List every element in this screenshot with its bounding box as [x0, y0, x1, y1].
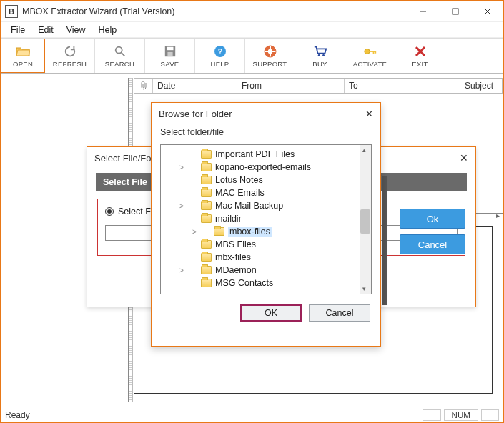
tree-node-label: Mac Mail Backup: [215, 201, 283, 211]
tree-node-label: kopano-exported-emails: [215, 162, 311, 172]
tree-node-label: MAC Emails: [215, 188, 265, 198]
browse-ok-label: OK: [265, 308, 277, 318]
dialog-shadow: [382, 176, 387, 305]
tree-node[interactable]: MBS Files: [161, 238, 360, 251]
tree-node-label: mbx-files: [215, 252, 251, 262]
select-dialog-cancel-label: Cancel: [418, 239, 447, 250]
toolbar-open-label: OPEN: [13, 60, 33, 68]
scrollbar-thumb[interactable]: [360, 209, 370, 234]
folder-tree: Important PDF Files>kopano-exported-emai…: [160, 144, 372, 294]
toolbar-refresh[interactable]: REFRESH: [45, 39, 95, 73]
svg-point-18: [322, 54, 325, 56]
tree-node-label: maildir: [215, 214, 242, 224]
menu-view[interactable]: View: [61, 24, 92, 36]
titlebar: B MBOX Extractor Wizard (Trial Version): [1, 1, 503, 22]
tree-node[interactable]: Lotus Notes: [161, 174, 360, 186]
toolbar-search[interactable]: SEARCH: [95, 39, 145, 73]
svg-rect-7: [167, 46, 173, 50]
browse-dialog-close-icon[interactable]: ✕: [365, 109, 373, 119]
toolbar-open[interactable]: OPEN: [1, 39, 45, 73]
toolbar-buy-label: BUY: [312, 60, 327, 68]
expander-icon[interactable]: >: [179, 164, 187, 171]
tree-node[interactable]: >mbox-files: [161, 225, 360, 238]
folder-icon: [201, 201, 212, 210]
toolbar-save-label: SAVE: [161, 60, 179, 68]
select-dialog-ok-button[interactable]: Ok: [400, 209, 465, 229]
save-icon: [164, 44, 177, 59]
toolbar-buy[interactable]: BUY: [295, 39, 345, 73]
folder-icon: [201, 253, 212, 262]
svg-point-19: [364, 49, 369, 54]
column-to[interactable]: To: [345, 79, 460, 93]
select-dialog-close-icon[interactable]: ✕: [460, 152, 468, 164]
select-dialog-cancel-button[interactable]: Cancel: [400, 234, 465, 254]
folder-icon: [201, 214, 212, 223]
toolbar-help-label: HELP: [210, 60, 229, 68]
tree-node-label: Lotus Notes: [215, 175, 263, 185]
menu-edit[interactable]: Edit: [32, 24, 59, 36]
tree-node[interactable]: >kopano-exported-emails: [161, 161, 360, 174]
browse-ok-button[interactable]: OK: [240, 304, 302, 322]
menu-file[interactable]: File: [5, 24, 31, 36]
tree-node[interactable]: >MDaemon: [161, 264, 360, 277]
browse-dialog-subtitle: Select folder/file: [152, 124, 380, 137]
exit-icon: [415, 44, 426, 59]
expander-icon[interactable]: >: [179, 267, 187, 274]
tree-node[interactable]: maildir: [161, 212, 360, 225]
status-spacer-cell-2: [481, 409, 499, 421]
toolbar-activate-label: ACTIVATE: [353, 60, 387, 68]
toolbar-support-label: SUPPORT: [253, 60, 287, 68]
toolbar-exit[interactable]: EXIT: [395, 39, 445, 73]
attachment-column-icon[interactable]: [134, 79, 153, 93]
scroll-up-icon[interactable]: ▴: [362, 146, 366, 154]
svg-rect-22: [375, 51, 376, 54]
toolbar-help[interactable]: ? HELP: [195, 39, 245, 73]
app-window: B MBOX Extractor Wizard (Trial Version) …: [0, 0, 504, 423]
tree-node-label: Important PDF Files: [215, 149, 295, 159]
tree-node-label: MDaemon: [215, 265, 257, 275]
browse-dialog-title: Browse for Folder: [159, 109, 232, 119]
scroll-down-icon[interactable]: ▾: [362, 285, 366, 292]
tree-node-label: MSG Contacts: [215, 278, 273, 288]
radio-checked-icon: [105, 207, 114, 216]
window-controls: [407, 1, 503, 22]
status-spacer-cell: [423, 409, 440, 421]
folder-tree-list[interactable]: Important PDF Files>kopano-exported-emai…: [161, 145, 360, 294]
open-folder-icon: [16, 44, 30, 59]
tree-node[interactable]: >Mac Mail Backup: [161, 199, 360, 212]
toolbar-activate[interactable]: ACTIVATE: [345, 39, 395, 73]
toolbar-save[interactable]: SAVE: [145, 39, 195, 73]
toolbar-search-label: SEARCH: [105, 60, 134, 68]
tree-node[interactable]: MAC Emails: [161, 186, 360, 199]
toolbar-support[interactable]: SUPPORT: [245, 39, 295, 73]
svg-rect-1: [453, 9, 458, 14]
browse-cancel-label: Cancel: [326, 308, 354, 318]
column-date[interactable]: Date: [153, 79, 237, 93]
statusbar: Ready NUM: [1, 407, 503, 422]
tree-node[interactable]: MSG Contacts: [161, 277, 360, 289]
scroll-right-icon[interactable]: ▸: [496, 211, 500, 219]
expander-icon[interactable]: >: [192, 228, 199, 236]
menubar: File Edit View Help: [1, 22, 503, 38]
browse-cancel-button[interactable]: Cancel: [309, 304, 370, 322]
tree-node-label: mbox-files: [228, 227, 272, 237]
menu-help[interactable]: Help: [93, 24, 123, 36]
minimize-button[interactable]: [407, 1, 439, 22]
maximize-button[interactable]: [439, 1, 471, 22]
tree-node[interactable]: mbx-files: [161, 251, 360, 264]
folder-icon: [201, 266, 212, 274]
tree-scrollbar[interactable]: ▴ ▾: [360, 145, 371, 294]
column-from[interactable]: From: [237, 79, 345, 93]
toolbar-exit-label: EXIT: [412, 60, 428, 68]
close-button[interactable]: [471, 1, 503, 22]
app-icon: B: [5, 5, 18, 18]
column-subject[interactable]: Subject: [460, 79, 502, 93]
folder-icon: [201, 150, 212, 159]
tree-node[interactable]: Important PDF Files: [161, 148, 360, 161]
toolbar-refresh-label: REFRESH: [53, 60, 87, 68]
svg-line-5: [121, 52, 124, 56]
key-icon: [363, 44, 377, 59]
expander-icon[interactable]: >: [179, 202, 187, 210]
svg-rect-20: [369, 51, 375, 52]
svg-point-16: [267, 49, 272, 53]
